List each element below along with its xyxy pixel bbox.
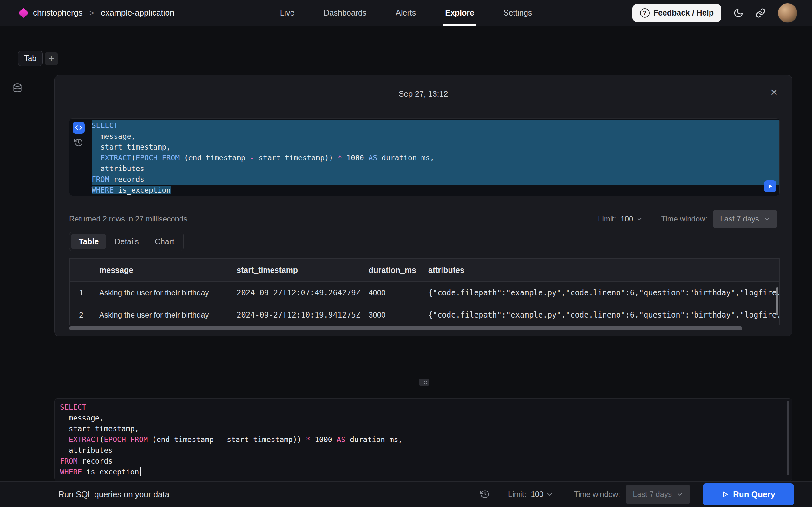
chevron-down-icon[interactable] <box>636 215 643 223</box>
time-window-select[interactable]: Last 7 days <box>713 210 777 228</box>
breadcrumb: christophergs > example-application <box>20 8 174 18</box>
split-drag-handle[interactable] <box>419 379 429 386</box>
row-number: 2 <box>70 304 93 326</box>
executed-query-block[interactable]: SELECT message, start_timestamp, EXTRACT… <box>69 118 780 196</box>
breadcrumb-org[interactable]: christophergs <box>33 8 83 18</box>
result-status-row: Returned 2 rows in 27 milliseconds. Limi… <box>69 210 777 228</box>
cell-attributes[interactable]: {"code.filepath":"example.py","code.line… <box>422 304 780 326</box>
vertical-scrollbar[interactable] <box>776 287 778 315</box>
editor-scrollbar[interactable] <box>787 401 790 475</box>
sql-line: SELECT <box>92 120 779 131</box>
tab-details[interactable]: Details <box>107 234 146 249</box>
run-query-button[interactable]: Run Query <box>703 483 794 505</box>
cell-duration-ms[interactable]: 4000 <box>362 282 422 304</box>
sql-line: attributes <box>92 163 779 174</box>
sql-line: SELECT <box>60 402 792 412</box>
time-window-label: Time window: <box>661 215 707 223</box>
query-result-card: Sep 27, 13:12 ✕ SELECT message, start_ti… <box>54 75 792 336</box>
sql-line: message, <box>60 412 792 424</box>
sql-editor-code[interactable]: SELECT message, start_timestamp, EXTRACT… <box>60 402 792 477</box>
limit-value[interactable]: 100 <box>531 490 543 499</box>
limit-label: Limit: <box>508 490 526 499</box>
chevron-down-icon[interactable] <box>546 491 554 498</box>
sql-line: message, <box>92 131 779 142</box>
sql-editor[interactable]: SELECT message, start_timestamp, EXTRACT… <box>54 398 792 481</box>
chevron-down-icon <box>763 216 770 222</box>
time-window-value: Last 7 days <box>633 490 672 499</box>
dark-mode-moon-icon[interactable] <box>733 8 744 18</box>
limit-value[interactable]: 100 <box>620 215 633 223</box>
result-status-text: Returned 2 rows in 27 milliseconds. <box>69 215 189 223</box>
limit-label: Limit: <box>598 215 616 223</box>
results-table: message start_timestamp duration_ms attr… <box>69 258 780 325</box>
result-controls: Limit: 100 Time window: Last 7 days <box>598 210 777 228</box>
share-link-icon[interactable] <box>756 8 766 18</box>
sql-line: FROM records <box>60 456 792 466</box>
nav-menu: Live Dashboards Alerts Explore Settings <box>280 0 532 26</box>
table-header-row: message start_timestamp duration_ms attr… <box>70 259 780 282</box>
table-row[interactable]: 1 Asking the user for their birthday 202… <box>70 282 780 304</box>
run-query-label: Run Query <box>733 490 775 499</box>
header-attributes[interactable]: attributes <box>422 259 780 282</box>
code-toggle-icon[interactable] <box>72 122 85 134</box>
drag-dots-icon <box>420 380 427 384</box>
nav-item-dashboards[interactable]: Dashboards <box>324 0 367 26</box>
tab-chart[interactable]: Chart <box>147 234 182 249</box>
nav-item-alerts[interactable]: Alerts <box>396 0 416 26</box>
history-icon[interactable] <box>480 490 490 499</box>
sql-line: attributes <box>60 445 792 456</box>
logfire-logo-icon[interactable] <box>18 8 29 18</box>
footer-controls: Limit: 100 Time window: Last 7 days Run … <box>480 483 794 505</box>
feedback-help-label: Feedback / Help <box>653 8 714 17</box>
breadcrumb-separator-icon: > <box>90 9 94 17</box>
time-window-value: Last 7 days <box>720 215 759 223</box>
cell-start-timestamp[interactable]: 2024-09-27T12:07:49.264279Z <box>230 282 362 304</box>
tab-table[interactable]: Table <box>71 234 106 249</box>
add-tab-button[interactable]: + <box>45 52 58 65</box>
cell-attributes[interactable]: {"code.filepath":"example.py","code.line… <box>422 282 780 304</box>
results-table-container: message start_timestamp duration_ms attr… <box>69 258 780 325</box>
nav-item-explore[interactable]: Explore <box>445 0 474 26</box>
feedback-help-button[interactable]: ? Feedback / Help <box>632 4 721 22</box>
result-timestamp: Sep 27, 13:12 <box>55 89 792 99</box>
query-footer-bar: Run SQL queries on your data Limit: 100 … <box>0 481 812 507</box>
user-avatar[interactable] <box>778 3 798 23</box>
explore-page: christophergs > example-application Live… <box>0 0 812 507</box>
cell-message[interactable]: Asking the user for their birthday <box>93 282 230 304</box>
header-row-number <box>70 259 93 282</box>
sql-line: EXTRACT(EPOCH FROM (end_timestamp - star… <box>92 153 779 163</box>
play-icon <box>722 491 728 498</box>
nav-actions: ? Feedback / Help <box>632 3 798 23</box>
run-selection-button[interactable] <box>764 180 776 192</box>
breadcrumb-project[interactable]: example-application <box>101 8 174 18</box>
sql-line: WHERE is_exception <box>92 185 779 195</box>
cell-duration-ms[interactable]: 3000 <box>362 304 422 326</box>
time-window-select[interactable]: Last 7 days <box>626 485 690 504</box>
footer-hint-text: Run SQL queries on your data <box>58 490 169 499</box>
nav-item-live[interactable]: Live <box>280 0 295 26</box>
cell-message[interactable]: Asking the user for their birthday <box>93 304 230 326</box>
sql-line: WHERE is_exception <box>60 466 792 477</box>
query-tab-chip[interactable]: Tab <box>18 51 43 66</box>
header-duration-ms[interactable]: duration_ms <box>362 259 422 282</box>
help-circle-icon: ? <box>640 8 650 18</box>
close-icon[interactable]: ✕ <box>770 87 778 98</box>
top-nav: christophergs > example-application Live… <box>0 0 812 26</box>
result-view-tabs: Table Details Chart <box>69 232 184 251</box>
time-window-label: Time window: <box>574 490 620 499</box>
database-schema-icon[interactable] <box>13 83 22 93</box>
query-history-icon[interactable] <box>74 138 83 147</box>
sql-line: start_timestamp, <box>92 142 779 153</box>
chevron-down-icon <box>676 491 683 498</box>
horizontal-scrollbar[interactable] <box>69 326 742 330</box>
nav-item-settings[interactable]: Settings <box>503 0 532 26</box>
table-row[interactable]: 2 Asking the user for their birthday 202… <box>70 304 780 326</box>
header-start-timestamp[interactable]: start_timestamp <box>230 259 362 282</box>
sql-line: EXTRACT(EPOCH FROM (end_timestamp - star… <box>60 434 792 445</box>
row-number: 1 <box>70 282 93 304</box>
sql-line: FROM records <box>92 174 779 185</box>
header-message[interactable]: message <box>93 259 230 282</box>
cell-start-timestamp[interactable]: 2024-09-27T12:10:19.941275Z <box>230 304 362 326</box>
sql-line: start_timestamp, <box>60 424 792 434</box>
executed-query-code[interactable]: SELECT message, start_timestamp, EXTRACT… <box>92 118 779 195</box>
